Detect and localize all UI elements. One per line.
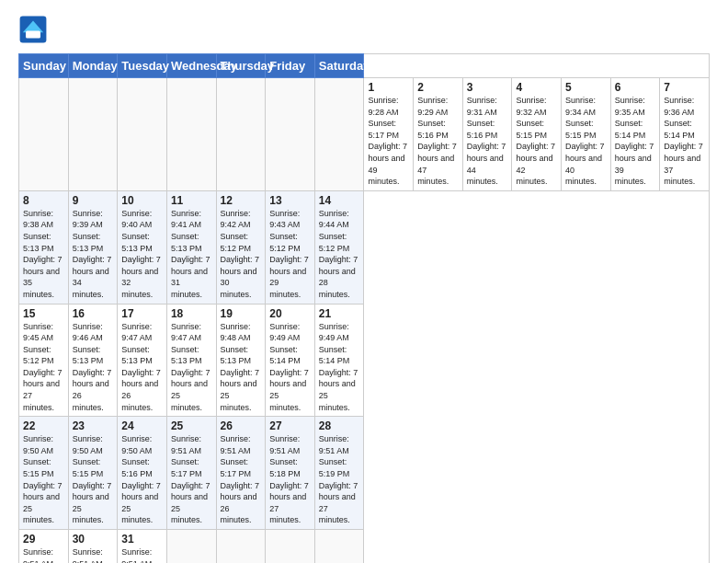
calendar-day-cell xyxy=(19,78,69,191)
calendar-day-cell: 14Sunrise: 9:44 AMSunset: 5:12 PMDayligh… xyxy=(314,190,364,304)
calendar-body: 1Sunrise: 9:28 AMSunset: 5:17 PMDaylight… xyxy=(19,78,710,564)
day-number: 12 xyxy=(221,194,262,207)
calendar-day-cell: 4Sunrise: 9:32 AMSunset: 5:15 PMDaylight… xyxy=(512,78,562,191)
calendar-day-cell: 7Sunrise: 9:36 AMSunset: 5:14 PMDaylight… xyxy=(660,78,710,191)
calendar-day-cell xyxy=(314,78,364,191)
day-number: 5 xyxy=(565,81,607,94)
day-number: 23 xyxy=(73,419,114,432)
calendar-day-cell xyxy=(166,530,216,564)
weekday-header-cell: Saturday xyxy=(314,54,364,78)
day-info: Sunrise: 9:40 AMSunset: 5:13 PMDaylight:… xyxy=(121,208,163,301)
calendar-day-cell: 25Sunrise: 9:51 AMSunset: 5:17 PMDayligh… xyxy=(166,417,216,530)
day-number: 16 xyxy=(73,307,114,320)
day-number: 14 xyxy=(319,194,360,207)
day-info: Sunrise: 9:51 AMSunset: 5:19 PMDaylight:… xyxy=(319,433,360,526)
day-number: 26 xyxy=(221,419,262,432)
calendar-day-cell xyxy=(166,78,216,191)
calendar-day-cell: 9Sunrise: 9:39 AMSunset: 5:13 PMDaylight… xyxy=(68,190,118,304)
calendar-day-cell: 22Sunrise: 9:50 AMSunset: 5:15 PMDayligh… xyxy=(19,417,69,530)
day-number: 28 xyxy=(319,419,360,432)
calendar-day-cell: 30Sunrise: 9:51 AMSunset: 5:21 PMDayligh… xyxy=(68,530,118,564)
calendar-day-cell xyxy=(266,530,315,564)
day-info: Sunrise: 9:51 AMSunset: 5:18 PMDaylight:… xyxy=(269,433,311,526)
calendar-day-cell: 20Sunrise: 9:49 AMSunset: 5:14 PMDayligh… xyxy=(266,304,315,417)
weekday-header-cell: Tuesday xyxy=(118,54,167,78)
day-number: 17 xyxy=(121,307,163,320)
day-info: Sunrise: 9:43 AMSunset: 5:12 PMDaylight:… xyxy=(269,208,311,301)
calendar-day-cell: 21Sunrise: 9:49 AMSunset: 5:14 PMDayligh… xyxy=(314,304,364,417)
day-number: 10 xyxy=(121,194,163,207)
weekday-header-cell: Sunday xyxy=(19,54,69,78)
calendar-day-cell: 18Sunrise: 9:47 AMSunset: 5:13 PMDayligh… xyxy=(166,304,216,417)
calendar-day-cell xyxy=(216,530,266,564)
day-number: 2 xyxy=(417,81,459,94)
weekday-header-cell: Thursday xyxy=(216,54,266,78)
day-number: 24 xyxy=(121,419,163,432)
weekday-header-cell: Monday xyxy=(68,54,118,78)
page: SundayMondayTuesdayWednesdayThursdayFrid… xyxy=(0,0,728,563)
calendar-day-cell: 12Sunrise: 9:42 AMSunset: 5:12 PMDayligh… xyxy=(216,190,266,304)
calendar-day-cell: 6Sunrise: 9:35 AMSunset: 5:14 PMDaylight… xyxy=(610,78,660,191)
day-number: 8 xyxy=(23,194,64,207)
calendar-day-cell: 17Sunrise: 9:47 AMSunset: 5:13 PMDayligh… xyxy=(118,304,167,417)
day-number: 30 xyxy=(73,533,114,546)
day-info: Sunrise: 9:41 AMSunset: 5:13 PMDaylight:… xyxy=(171,208,212,301)
day-info: Sunrise: 9:34 AMSunset: 5:15 PMDaylight:… xyxy=(565,95,607,188)
day-number: 3 xyxy=(467,81,508,94)
day-info: Sunrise: 9:49 AMSunset: 5:14 PMDaylight:… xyxy=(269,321,311,414)
svg-rect-2 xyxy=(26,31,40,39)
calendar-day-cell xyxy=(68,78,118,191)
day-info: Sunrise: 9:49 AMSunset: 5:14 PMDaylight:… xyxy=(319,321,360,414)
day-number: 13 xyxy=(269,194,311,207)
day-info: Sunrise: 9:38 AMSunset: 5:13 PMDaylight:… xyxy=(23,208,64,301)
day-info: Sunrise: 9:44 AMSunset: 5:12 PMDaylight:… xyxy=(319,208,360,301)
calendar-day-cell: 27Sunrise: 9:51 AMSunset: 5:18 PMDayligh… xyxy=(266,417,315,530)
day-number: 25 xyxy=(171,419,212,432)
calendar-day-cell: 8Sunrise: 9:38 AMSunset: 5:13 PMDaylight… xyxy=(19,190,69,304)
calendar-day-cell: 26Sunrise: 9:51 AMSunset: 5:17 PMDayligh… xyxy=(216,417,266,530)
day-number: 27 xyxy=(269,419,311,432)
header xyxy=(18,15,710,44)
logo-icon xyxy=(18,15,48,44)
calendar-day-cell: 13Sunrise: 9:43 AMSunset: 5:12 PMDayligh… xyxy=(266,190,315,304)
day-info: Sunrise: 9:36 AMSunset: 5:14 PMDaylight:… xyxy=(664,95,705,188)
calendar-day-cell xyxy=(216,78,266,191)
calendar-day-cell: 10Sunrise: 9:40 AMSunset: 5:13 PMDayligh… xyxy=(118,190,167,304)
day-number: 29 xyxy=(23,533,64,546)
calendar-week-row: 15Sunrise: 9:45 AMSunset: 5:12 PMDayligh… xyxy=(19,304,710,417)
day-number: 20 xyxy=(269,307,311,320)
logo xyxy=(18,15,51,44)
day-number: 18 xyxy=(171,307,212,320)
weekday-header-cell: Wednesday xyxy=(166,54,216,78)
calendar-week-row: 1Sunrise: 9:28 AMSunset: 5:17 PMDaylight… xyxy=(19,78,710,191)
day-info: Sunrise: 9:31 AMSunset: 5:16 PMDaylight:… xyxy=(467,95,508,188)
day-number: 31 xyxy=(121,533,163,546)
calendar-day-cell: 29Sunrise: 9:51 AMSunset: 5:20 PMDayligh… xyxy=(19,530,69,564)
day-number: 1 xyxy=(368,81,409,94)
calendar-day-cell xyxy=(118,78,167,191)
day-info: Sunrise: 9:51 AMSunset: 5:20 PMDaylight:… xyxy=(23,546,64,563)
day-info: Sunrise: 9:47 AMSunset: 5:13 PMDaylight:… xyxy=(171,321,212,414)
day-info: Sunrise: 9:50 AMSunset: 5:15 PMDaylight:… xyxy=(23,433,64,526)
day-number: 21 xyxy=(319,307,360,320)
calendar-day-cell: 5Sunrise: 9:34 AMSunset: 5:15 PMDaylight… xyxy=(562,78,611,191)
calendar-day-cell xyxy=(314,530,364,564)
day-info: Sunrise: 9:51 AMSunset: 5:17 PMDaylight:… xyxy=(221,433,262,526)
calendar-day-cell: 28Sunrise: 9:51 AMSunset: 5:19 PMDayligh… xyxy=(314,417,364,530)
weekday-header-cell: Friday xyxy=(266,54,315,78)
calendar-table: SundayMondayTuesdayWednesdayThursdayFrid… xyxy=(18,53,710,563)
weekday-header-row: SundayMondayTuesdayWednesdayThursdayFrid… xyxy=(19,54,710,78)
day-info: Sunrise: 9:50 AMSunset: 5:16 PMDaylight:… xyxy=(121,433,163,526)
calendar-day-cell xyxy=(266,78,315,191)
day-info: Sunrise: 9:50 AMSunset: 5:15 PMDaylight:… xyxy=(73,433,114,526)
day-info: Sunrise: 9:48 AMSunset: 5:13 PMDaylight:… xyxy=(221,321,262,414)
day-number: 11 xyxy=(171,194,212,207)
day-info: Sunrise: 9:39 AMSunset: 5:13 PMDaylight:… xyxy=(73,208,114,301)
day-info: Sunrise: 9:29 AMSunset: 5:16 PMDaylight:… xyxy=(417,95,459,188)
calendar-day-cell: 23Sunrise: 9:50 AMSunset: 5:15 PMDayligh… xyxy=(68,417,118,530)
day-info: Sunrise: 9:35 AMSunset: 5:14 PMDaylight:… xyxy=(615,95,656,188)
calendar-week-row: 8Sunrise: 9:38 AMSunset: 5:13 PMDaylight… xyxy=(19,190,710,304)
day-number: 19 xyxy=(221,307,262,320)
calendar-day-cell: 2Sunrise: 9:29 AMSunset: 5:16 PMDaylight… xyxy=(414,78,463,191)
day-info: Sunrise: 9:47 AMSunset: 5:13 PMDaylight:… xyxy=(121,321,163,414)
